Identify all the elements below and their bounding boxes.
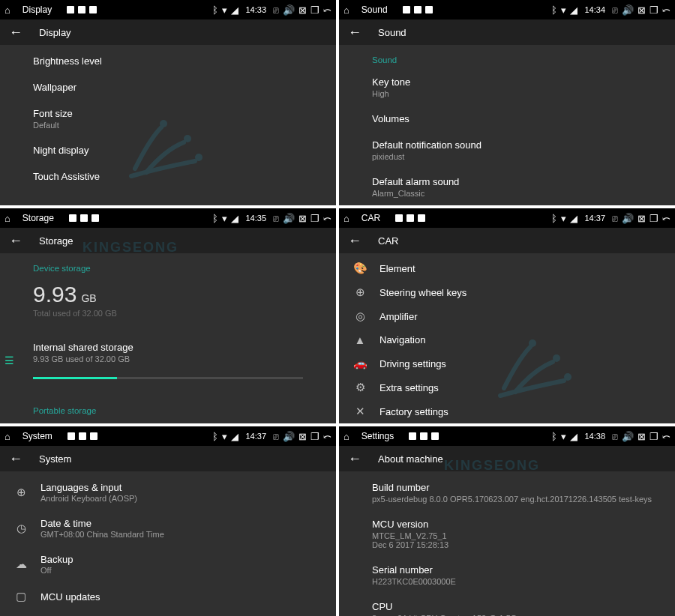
system-item[interactable]: ◷Date & timeGMT+08:00 China Standard Tim… <box>9 510 336 546</box>
car-item[interactable]: ⚙Extra settings <box>348 375 675 399</box>
recents-icon[interactable]: ❐ <box>310 432 320 441</box>
globe-icon: ⊕ <box>9 486 33 499</box>
panel-car: ⌂ CAR ᛒ ▾ ◢ 14:37 ⎚ 🔊 ⊠ ❐ ⤺ ← CAR 🎨Eleme… <box>338 208 675 423</box>
clock: 14:38 <box>584 432 605 441</box>
back-icon[interactable]: ⤺ <box>662 214 670 223</box>
bluetooth-icon: ᛒ <box>551 432 557 441</box>
car-item[interactable]: 🎨Element <box>348 256 675 280</box>
status-title: Sound <box>362 4 388 15</box>
item-alarm-sound[interactable]: Default alarm sound Alarm_Classic <box>372 169 675 205</box>
volume-icon[interactable]: 🔊 <box>622 214 634 223</box>
system-item[interactable]: ☁BackupOff <box>9 546 336 582</box>
app-icon <box>69 214 76 222</box>
screenshot-icon[interactable]: ⎚ <box>612 5 618 15</box>
back-icon[interactable]: ⤺ <box>662 5 670 15</box>
nav-icon: ▲ <box>348 333 372 346</box>
close-app-icon[interactable]: ⊠ <box>298 214 307 223</box>
system-item[interactable]: ▢System updates <box>9 611 336 616</box>
app-icon <box>425 6 433 13</box>
back-icon[interactable]: ⤺ <box>323 5 332 15</box>
settings-list: Brightness level Wallpaper Font size Def… <box>0 45 336 205</box>
screenshot-icon[interactable]: ⎚ <box>612 214 618 223</box>
sub-header: ← About machine <box>339 446 675 471</box>
screenshot-icon[interactable]: ⎚ <box>612 432 618 441</box>
item-touch-assist[interactable]: Touch Assistive <box>33 163 336 190</box>
home-icon[interactable]: ⌂ <box>4 214 10 223</box>
item-volumes[interactable]: Volumes <box>372 106 675 132</box>
item-wallpaper[interactable]: Wallpaper <box>33 74 336 100</box>
car-item[interactable]: ⊕Steering wheel keys <box>348 280 675 304</box>
screen-title: Sound <box>378 27 406 38</box>
clock: 14:37 <box>245 432 266 441</box>
app-icon <box>67 6 74 13</box>
volume-icon[interactable]: 🔊 <box>283 5 295 15</box>
signal-icon: ◢ <box>231 432 238 441</box>
app-icon <box>92 214 99 222</box>
home-icon[interactable]: ⌂ <box>344 5 350 15</box>
screenshot-icon[interactable]: ⎚ <box>273 214 279 223</box>
volume-icon[interactable]: 🔊 <box>283 432 295 441</box>
back-icon[interactable]: ⤺ <box>662 432 670 441</box>
item-internal-storage[interactable]: Internal shared storage 9.93 GB used of … <box>33 334 336 371</box>
back-arrow-icon[interactable]: ← <box>9 25 22 40</box>
about-list: Build numberpx5-userdebug 8.0.0 OPR5.170… <box>339 471 675 616</box>
list-icon[interactable]: ☰ <box>4 354 14 366</box>
section-device-storage: Device storage <box>33 256 336 277</box>
recents-icon[interactable]: ❐ <box>650 432 658 441</box>
close-app-icon[interactable]: ⊠ <box>298 5 307 15</box>
volume-icon[interactable]: 🔊 <box>622 432 634 441</box>
back-arrow-icon[interactable]: ← <box>348 233 362 249</box>
app-icon <box>79 432 86 440</box>
bluetooth-icon: ᛒ <box>551 214 557 223</box>
close-app-icon[interactable]: ⊠ <box>638 432 646 441</box>
system-item[interactable]: ▢MCU updates <box>9 582 336 611</box>
system-item[interactable]: ⊕Languages & inputAndroid Keyboard (AOSP… <box>9 474 336 510</box>
recents-icon[interactable]: ❐ <box>310 214 320 223</box>
screenshot-icon[interactable]: ⎚ <box>273 5 279 15</box>
extra-icon: ⚙ <box>348 381 372 394</box>
car-item[interactable]: 🚗Driving settings <box>348 351 675 375</box>
back-icon[interactable]: ⤺ <box>323 432 332 441</box>
home-icon[interactable]: ⌂ <box>4 5 10 15</box>
close-app-icon[interactable]: ⊠ <box>638 214 646 223</box>
car-item[interactable]: ◎Amplifier <box>348 304 675 328</box>
recents-icon[interactable]: ❐ <box>650 5 658 15</box>
volume-icon[interactable]: 🔊 <box>622 5 634 15</box>
app-icon <box>78 6 86 13</box>
recents-icon[interactable]: ❐ <box>310 5 320 15</box>
back-icon[interactable]: ⤺ <box>323 214 332 223</box>
home-icon[interactable]: ⌂ <box>4 432 10 441</box>
back-arrow-icon[interactable]: ← <box>348 25 362 40</box>
car-item[interactable]: ✕Factory settings <box>348 399 675 423</box>
item-brightness[interactable]: Brightness level <box>33 48 336 74</box>
item-key-tone[interactable]: Key tone High <box>372 69 675 106</box>
about-item[interactable]: Serial numberH223TKC0E0003000E <box>372 557 675 594</box>
sub-header: ← Storage <box>0 228 336 253</box>
about-item[interactable]: MCU versionMTCE_LM_V2.75_1Dec 6 2017 15:… <box>372 511 675 557</box>
screenshot-icon[interactable]: ⎚ <box>273 432 279 441</box>
item-night-display[interactable]: Night display <box>33 137 336 163</box>
about-item[interactable]: CPU8 core 64-bit CPU Coretex-A53 @ 1.5G <box>372 594 675 616</box>
home-icon[interactable]: ⌂ <box>344 432 350 441</box>
close-app-icon[interactable]: ⊠ <box>298 432 307 441</box>
back-arrow-icon[interactable]: ← <box>9 233 22 249</box>
item-font-size[interactable]: Font size Default <box>33 100 336 137</box>
recents-icon[interactable]: ❐ <box>650 214 658 223</box>
home-icon[interactable]: ⌂ <box>344 214 350 223</box>
panel-about: ⌂ Settings ᛒ ▾ ◢ 14:38 ⎚ 🔊 ⊠ ❐ ⤺ ← About… <box>338 426 675 616</box>
storage-used-value: 9.93 <box>33 282 76 307</box>
volume-icon[interactable]: 🔊 <box>283 214 295 223</box>
car-item[interactable]: ▲Navigation <box>348 328 675 351</box>
status-title: Storage <box>22 213 54 223</box>
item-notification-sound[interactable]: Default notification sound pixiedust <box>372 132 675 169</box>
clock-icon: ◷ <box>9 522 33 535</box>
back-arrow-icon[interactable]: ← <box>348 451 362 467</box>
app-icon <box>418 214 425 222</box>
close-app-icon[interactable]: ⊠ <box>638 5 646 15</box>
signal-icon: ◢ <box>570 214 578 223</box>
about-item[interactable]: Build numberpx5-userdebug 8.0.0 OPR5.170… <box>372 474 675 511</box>
sub-header: ← Display <box>0 19 336 45</box>
back-arrow-icon[interactable]: ← <box>9 451 22 467</box>
app-icon <box>80 214 88 222</box>
amp-icon: ◎ <box>348 309 372 323</box>
